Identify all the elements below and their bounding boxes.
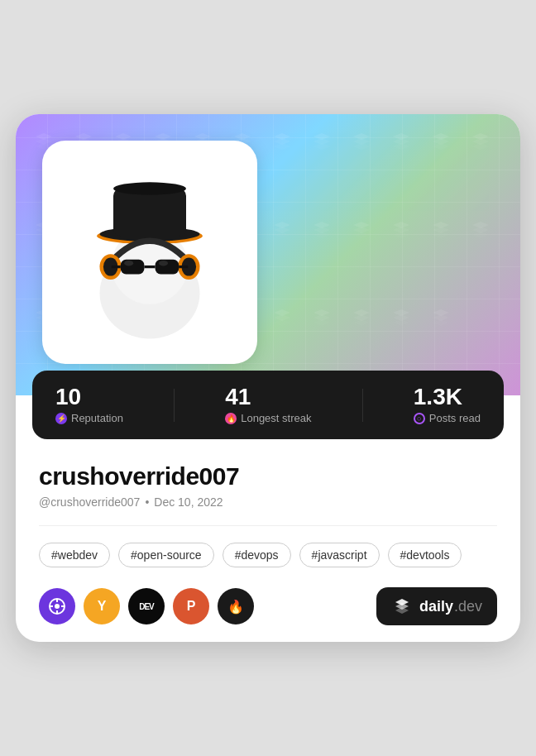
tag-item[interactable]: #webdev: [39, 543, 110, 567]
social-row: YDEVP🔥 daily .dev: [39, 584, 497, 625]
profile-divider: [39, 525, 497, 526]
tag-item[interactable]: #devops: [223, 543, 291, 567]
daily-chevron-icon: [391, 596, 413, 617]
stats-bar: 10 ⚡ Reputation 41 🔥 Longest streak 1.3K…: [32, 371, 504, 439]
streak-value: 41: [225, 385, 311, 409]
watermark-chevron-icon: [429, 219, 452, 291]
daily-logo-icon: [391, 596, 413, 617]
daily-text: daily .dev: [419, 598, 482, 615]
watermark-chevron-icon: [429, 307, 452, 379]
avatar-wrapper: [42, 141, 257, 364]
tags-container: #webdev#open-source#devops#javascript#de…: [39, 543, 497, 567]
watermark-chevron-icon: [469, 219, 492, 291]
social-icon-flame[interactable]: 🔥: [218, 588, 254, 624]
reputation-label-row: ⚡ Reputation: [55, 412, 123, 424]
daily-word: daily: [419, 598, 453, 615]
tag-item[interactable]: #javascript: [299, 543, 380, 567]
crosshair-svg: [48, 597, 66, 615]
watermark-chevron-icon: [429, 131, 452, 203]
social-icon-y-combinator[interactable]: Y: [84, 588, 120, 624]
reputation-value: 10: [55, 385, 123, 409]
watermark-chevron-icon: [310, 307, 333, 379]
streak-label-row: 🔥 Longest streak: [225, 412, 311, 424]
profile-card: 10 ⚡ Reputation 41 🔥 Longest streak 1.3K…: [16, 114, 520, 642]
social-icon-product-hunt[interactable]: P: [173, 588, 209, 624]
profile-section: crushoverride007 @crushoverride007 • Dec…: [16, 439, 520, 642]
join-date: Dec 10, 2022: [154, 495, 223, 509]
hero-banner: [16, 114, 520, 395]
stat-divider-1: [174, 389, 175, 422]
tag-item[interactable]: #open-source: [118, 543, 214, 567]
watermark-chevron-icon: [469, 131, 492, 203]
watermark-chevron-icon: [390, 307, 413, 379]
posts-label: Posts read: [429, 412, 481, 424]
watermark-chevron-icon: [310, 131, 333, 203]
posts-label-row: ○ Posts read: [414, 412, 481, 424]
watermark-chevron-icon: [390, 219, 413, 291]
avatar: [59, 161, 241, 343]
svg-point-16: [159, 261, 168, 266]
handle: @crushoverride007: [39, 495, 140, 509]
svg-rect-4: [113, 189, 186, 236]
social-icon-dev-to[interactable]: DEV: [128, 588, 165, 624]
streak-icon: 🔥: [225, 413, 237, 424]
svg-point-18: [55, 604, 60, 609]
stat-reputation: 10 ⚡ Reputation: [55, 385, 123, 424]
watermark-chevron-icon: [270, 307, 294, 379]
streak-label: Longest streak: [241, 412, 311, 424]
watermark-chevron-icon: [350, 307, 373, 379]
posts-value: 1.3K: [414, 385, 481, 409]
watermark-chevron-icon: [350, 219, 373, 291]
watermark-chevron-icon: [350, 131, 373, 203]
svg-point-5: [113, 182, 186, 194]
watermark-chevron-icon: [310, 219, 333, 291]
tag-item[interactable]: #devtools: [388, 543, 462, 567]
watermark-chevron-icon: [270, 219, 294, 291]
posts-icon: ○: [414, 413, 425, 424]
stat-divider-2: [362, 389, 363, 422]
reputation-icon: ⚡: [55, 413, 67, 424]
social-icons-group: YDEVP🔥: [39, 588, 254, 624]
daily-badge: daily .dev: [376, 587, 497, 625]
username: crushoverride007: [39, 462, 497, 490]
watermark-chevron-icon: [390, 131, 413, 203]
separator-dot: •: [145, 495, 149, 509]
stat-posts: 1.3K ○ Posts read: [414, 385, 481, 424]
social-icon-crosshair[interactable]: [39, 588, 75, 624]
reputation-label: Reputation: [71, 412, 123, 424]
daily-suffix: .dev: [454, 598, 482, 615]
svg-point-15: [124, 261, 133, 266]
handle-date-row: @crushoverride007 • Dec 10, 2022: [39, 495, 497, 509]
stat-streak: 41 🔥 Longest streak: [225, 385, 311, 424]
watermark-chevron-icon: [270, 131, 294, 203]
